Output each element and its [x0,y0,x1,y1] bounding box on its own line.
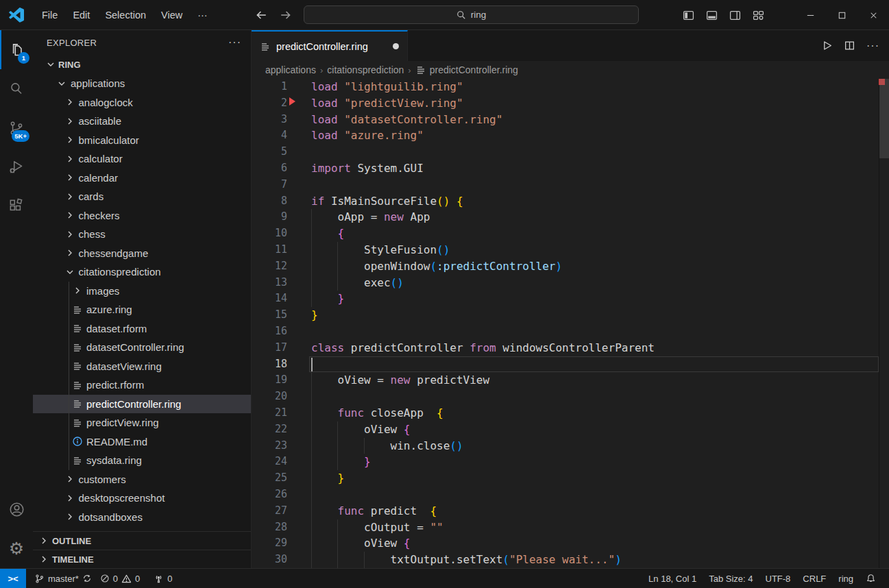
menu-view[interactable]: View [154,7,190,23]
nav-forward-button[interactable] [277,6,295,24]
tree-indent-guide [69,395,69,414]
code-line-19: 19 oView = new predictView [252,372,889,389]
workspace-section-ring[interactable]: RING [33,55,251,74]
tree-item-asciitable[interactable]: asciitable [33,112,251,131]
menu-file[interactable]: File [34,7,65,23]
maximize-button[interactable] [826,0,857,30]
code-line-5: 5 [252,144,889,160]
outline-section[interactable]: OUTLINE [33,531,251,550]
activity-extensions-button[interactable] [0,186,33,225]
tree-item-customers[interactable]: customers [33,470,251,489]
tree-item-images[interactable]: images [33,282,251,301]
activity-explorer-button[interactable]: 1 [0,30,33,69]
language-mode-status[interactable]: ring [832,569,860,588]
tree-item-readme-md[interactable]: README.md [33,432,251,452]
unsaved-changes-dot[interactable] [393,43,399,49]
tree-item-azure-ring[interactable]: azure.ring [33,300,251,319]
file-icon [72,323,83,334]
tree-item-applications[interactable]: applications [33,74,251,93]
minimize-icon [805,10,816,21]
branch-status[interactable]: master* [30,569,96,588]
tree-item-chessendgame[interactable]: chessendgame [33,244,251,263]
timeline-section[interactable]: TIMELINE [33,550,251,568]
line-number: 3 [252,112,287,128]
tree-item-datasetview-ring[interactable]: datasetView.ring [33,357,251,376]
chevron-right-icon [64,154,75,164]
tab-predictcontroller[interactable]: predictController.ring [252,30,408,61]
code-editor[interactable]: 1load "lightguilib.ring"2load "predictVi… [252,79,889,568]
toggle-secondary-sidebar-icon[interactable] [729,10,741,21]
activity-search-button[interactable] [0,69,33,108]
indent-guide [337,454,338,470]
breadcrumb-item[interactable]: applications [265,64,316,75]
line-number: 19 [252,372,287,389]
line-number: 6 [252,160,287,177]
editor-scrollbar[interactable] [879,79,889,158]
line-number: 22 [252,421,287,438]
tree-item-predictcontroller-ring[interactable]: predictController.ring [33,395,251,414]
encoding-status[interactable]: UTF-8 [759,569,797,588]
code-line-30: 30 txtOutput.setText("Please wait...") [252,552,889,568]
explorer-more-actions-icon[interactable]: ··· [228,37,241,48]
indent-guide [337,275,338,291]
tree-item-calculator[interactable]: calculator [33,149,251,169]
indent-guide [364,438,365,454]
split-editor-button[interactable] [844,40,855,51]
cursor-position-status[interactable]: Ln 18, Col 1 [642,569,703,588]
line-number: 24 [252,454,287,470]
file-icon [72,455,83,466]
chevron-right-icon [64,191,75,202]
error-icon [100,574,110,583]
code-line-1: 1load "lightguilib.ring" [252,79,889,95]
line-number: 1 [252,79,287,95]
activity-run-debug-button[interactable] [0,147,33,186]
menu-selection[interactable]: Selection [97,7,154,23]
tree-item-checkers[interactable]: checkers [33,206,251,225]
tree-item-citationsprediction[interactable]: citationsprediction [33,262,251,282]
customize-layout-icon[interactable] [753,10,764,21]
tree-item-bmicalculator[interactable]: bmicalculator [33,131,251,150]
line-number: 23 [252,438,287,454]
toggle-primary-sidebar-icon[interactable] [683,10,694,21]
menu-more[interactable]: ··· [190,7,215,23]
activity-bar-spacer [0,225,33,490]
tree-item-cards[interactable]: cards [33,187,251,206]
editor-more-actions-icon[interactable]: ··· [866,40,879,51]
line-number: 7 [252,177,287,193]
tree-item-calendar[interactable]: calendar [33,169,251,188]
line-number: 21 [252,405,287,421]
indent-guide [311,421,312,438]
tree-item-label: cards [79,191,104,202]
line-number: 12 [252,258,287,275]
tree-item-predictview-ring[interactable]: predictView.ring [33,413,251,432]
eol-status[interactable]: CRLF [796,569,832,588]
file-icon [72,380,83,391]
tree-item-chess[interactable]: chess [33,225,251,244]
command-center-search[interactable]: ring [304,5,639,24]
tree-item-dotsandboxes[interactable]: dotsandboxes [33,508,251,527]
ports-status[interactable]: 0 [149,569,176,588]
nav-back-button[interactable] [252,6,270,24]
minimize-button[interactable] [794,0,826,30]
notifications-bell-button[interactable] [860,569,882,588]
activity-source-control-button[interactable]: 5K+ [0,108,33,147]
indentation-status[interactable]: Tab Size: 4 [703,569,759,588]
activity-settings-button[interactable]: ⚙ [0,529,33,568]
tree-item-desktopscreenshot[interactable]: desktopscreenshot [33,489,251,508]
toggle-panel-icon[interactable] [706,10,718,21]
tree-item-label: customers [79,474,126,485]
tree-item-dataset-rform[interactable]: dataset.rform [33,319,251,339]
breadcrumb-item[interactable]: predictController.ring [415,64,518,75]
run-file-button[interactable] [821,40,833,51]
tree-item-label: chessendgame [79,247,149,259]
close-window-button[interactable] [857,0,889,30]
tree-item-predict-rform[interactable]: predict.rform [33,376,251,395]
menu-edit[interactable]: Edit [65,7,97,23]
tree-item-analogclock[interactable]: analogclock [33,93,251,112]
tree-item-datasetcontroller-ring[interactable]: datasetController.ring [33,338,251,357]
tree-item-sysdata-ring[interactable]: sysdata.ring [33,451,251,470]
remote-indicator[interactable]: >< [0,569,26,588]
problems-status[interactable]: 0 0 [96,569,144,588]
activity-account-button[interactable] [0,490,33,529]
breadcrumb-item[interactable]: citationsprediction [327,64,404,75]
